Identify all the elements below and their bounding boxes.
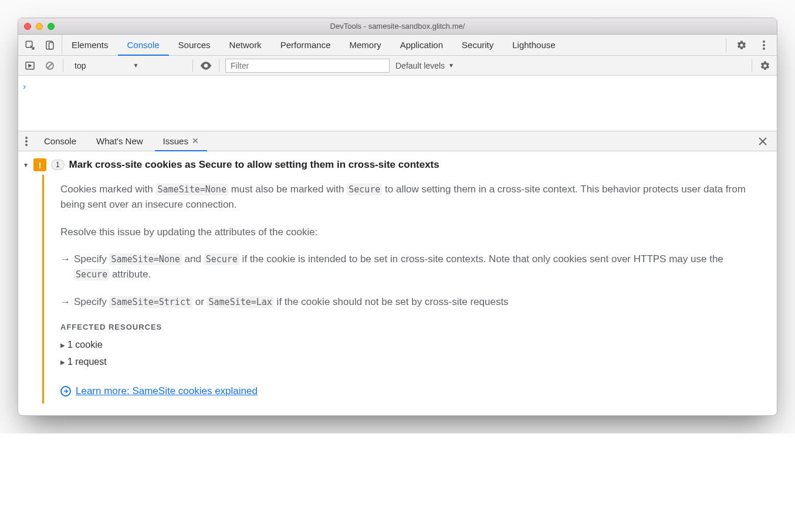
titlebar: DevTools - samesite-sandbox.glitch.me/: [18, 18, 777, 35]
issue-title: Mark cross-site cookies as Secure to all…: [69, 159, 439, 171]
issue-paragraph-1: Cookies marked with SameSite=None must a…: [60, 182, 758, 213]
tab-lighthouse[interactable]: Lighthouse: [503, 35, 564, 55]
main-panel-tabs: Elements Console Sources Network Perform…: [62, 35, 565, 55]
close-icon[interactable]: ✕: [192, 136, 199, 145]
arrow-icon: →: [60, 294, 70, 310]
link-circle-arrow-icon: [60, 386, 71, 397]
device-toolbar-icon[interactable]: [43, 38, 57, 52]
log-levels-selector[interactable]: Default levels ▼: [395, 61, 454, 70]
tab-performance[interactable]: Performance: [271, 35, 340, 55]
chevron-down-icon: ▼: [448, 62, 454, 69]
issue-bullet-2: → Specify SameSite=Strict or SameSite=La…: [60, 294, 758, 310]
code-samesite-none: SameSite=None: [156, 184, 228, 195]
svg-point-4: [763, 44, 765, 46]
learn-more-link[interactable]: Learn more: SameSite cookies explained: [76, 384, 258, 399]
drawer-close-icon[interactable]: [756, 134, 770, 148]
affected-resources-heading: AFFECTED RESOURCES: [60, 321, 758, 333]
tab-application[interactable]: Application: [391, 35, 452, 55]
window-close-button[interactable]: [24, 23, 31, 30]
console-toolbar: top ▼ Default levels ▼: [18, 56, 777, 76]
inspect-element-icon[interactable]: [23, 38, 37, 52]
drawer-tab-whatsnew[interactable]: What's New: [88, 131, 151, 151]
toggle-sidebar-icon[interactable]: [23, 59, 37, 73]
issue-count-badge: 1: [51, 160, 65, 170]
devtools-window: DevTools - samesite-sandbox.glitch.me/ E…: [18, 18, 777, 416]
chevron-down-icon: ▼: [133, 62, 138, 69]
warning-icon: !: [33, 158, 46, 171]
settings-gear-icon[interactable]: [735, 38, 749, 52]
tab-security[interactable]: Security: [452, 35, 503, 55]
drawer-tab-console[interactable]: Console: [36, 131, 84, 151]
affected-request-row[interactable]: ▶1 request: [60, 355, 758, 370]
console-settings-gear-icon[interactable]: [758, 59, 772, 73]
svg-point-5: [763, 48, 765, 50]
tab-network[interactable]: Network: [220, 35, 271, 55]
window-title: DevTools - samesite-sandbox.glitch.me/: [18, 22, 777, 31]
svg-rect-2: [49, 42, 54, 49]
svg-point-3: [763, 40, 765, 43]
code-secure: Secure: [347, 184, 382, 195]
svg-point-11: [25, 144, 28, 146]
drawer-more-icon[interactable]: [21, 137, 32, 146]
svg-line-8: [48, 63, 52, 68]
window-minimize-button[interactable]: [36, 23, 43, 30]
window-maximize-button[interactable]: [48, 23, 55, 30]
tab-elements[interactable]: Elements: [62, 35, 118, 55]
expand-triangle-icon: ▶: [60, 341, 65, 350]
tab-sources[interactable]: Sources: [169, 35, 220, 55]
arrow-icon: →: [60, 252, 70, 283]
traffic-lights: [24, 23, 55, 30]
svg-point-9: [25, 137, 28, 139]
issues-panel: ▼ ! 1 Mark cross-site cookies as Secure …: [18, 151, 777, 415]
more-menu-icon[interactable]: [757, 38, 771, 52]
tab-memory[interactable]: Memory: [340, 35, 391, 55]
collapse-triangle-icon[interactable]: ▼: [23, 162, 29, 168]
learn-more-row: Learn more: SameSite cookies explained: [60, 384, 758, 399]
context-selector[interactable]: top ▼: [69, 59, 187, 73]
clear-console-icon[interactable]: [43, 59, 57, 73]
expand-triangle-icon: ▶: [60, 358, 65, 367]
issue-paragraph-2: Resolve this issue by updating the attri…: [60, 225, 758, 240]
console-prompt[interactable]: ›: [22, 82, 773, 92]
console-log-area[interactable]: ›: [18, 76, 777, 131]
live-expression-eye-icon[interactable]: [199, 59, 213, 73]
main-tabstrip: Elements Console Sources Network Perform…: [18, 35, 777, 56]
issue-header[interactable]: ▼ ! 1 Mark cross-site cookies as Secure …: [22, 158, 773, 171]
tab-console[interactable]: Console: [118, 35, 169, 56]
affected-cookie-row[interactable]: ▶1 cookie: [60, 338, 758, 353]
drawer-tab-issues[interactable]: Issues ✕: [155, 132, 207, 151]
svg-point-10: [25, 140, 28, 143]
issue-bullet-1: → Specify SameSite=None and Secure if th…: [60, 252, 758, 283]
context-selector-value: top: [75, 61, 86, 70]
issue-description: Cookies marked with SameSite=None must a…: [42, 175, 773, 404]
drawer-tabstrip: Console What's New Issues ✕: [18, 131, 777, 151]
filter-input[interactable]: [225, 59, 390, 73]
